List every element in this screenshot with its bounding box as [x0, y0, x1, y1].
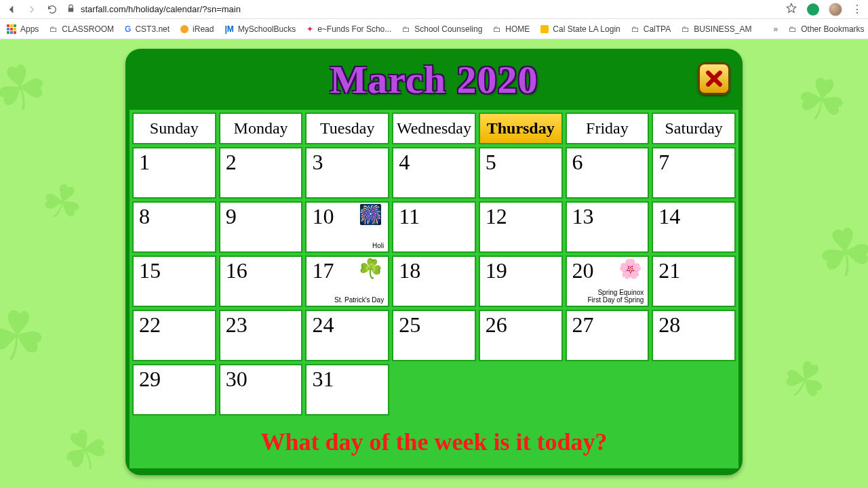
empty-cell	[479, 364, 563, 415]
calendar-day[interactable]: 14	[652, 201, 736, 253]
day-number: 17	[312, 260, 334, 281]
calendar-day[interactable]: 6	[566, 147, 650, 199]
bookmark-item[interactable]: 🗀 HOME	[493, 24, 530, 34]
calendar-title: March 2020	[330, 57, 538, 102]
day-number: 23	[226, 314, 248, 336]
day-number: 24	[312, 314, 334, 336]
apps-shortcut[interactable]: Apps	[7, 24, 39, 34]
close-button[interactable]	[698, 62, 730, 95]
calendar-day[interactable]: 2	[219, 147, 303, 199]
event-label: Holi	[372, 242, 384, 249]
day-header[interactable]: Tuesday	[305, 113, 389, 144]
clover-decoration: ☘	[791, 62, 853, 138]
bookmark-item[interactable]: 🗀 School Counseling	[402, 24, 482, 34]
day-header[interactable]: Saturday	[652, 113, 736, 144]
url-text: starfall.com/h/holiday/calendar/?sn=main	[81, 4, 241, 14]
clover-decoration: ☘	[50, 411, 121, 488]
bookmark-star-icon[interactable]	[785, 2, 797, 17]
empty-cell	[566, 364, 650, 415]
day-number: 30	[226, 368, 248, 390]
calendar-day[interactable]: 4	[392, 147, 476, 199]
apps-icon	[7, 24, 16, 34]
reload-button[interactable]	[46, 3, 58, 16]
day-number: 5	[486, 151, 496, 173]
browser-toolbar: starfall.com/h/holiday/calendar/?sn=main…	[0, 0, 868, 19]
bookmark-item[interactable]: 🗀 BUSINESS_AM	[682, 24, 751, 34]
profile-avatar[interactable]	[829, 3, 842, 16]
day-header[interactable]: Sunday	[132, 113, 216, 144]
calendar-day[interactable]: 23	[219, 310, 303, 361]
bookmark-item[interactable]: iRead	[180, 24, 214, 34]
day-number: 22	[139, 314, 161, 336]
calendar-day[interactable]: 30	[219, 364, 303, 415]
browser-menu-icon[interactable]: ⋮	[852, 3, 863, 16]
day-header[interactable]: Friday	[566, 113, 650, 144]
day-header[interactable]: Wednesday	[392, 113, 476, 144]
day-number: 16	[226, 260, 248, 281]
calendar-day[interactable]: 25	[392, 310, 476, 361]
bookmark-item[interactable]: 🗀 CLASSROOM	[50, 24, 114, 34]
calendar-day[interactable]: 24	[305, 310, 389, 361]
folder-icon: 🗀	[682, 24, 690, 34]
calendar-day[interactable]: 21	[652, 256, 736, 307]
calendar-day[interactable]: 15	[132, 256, 216, 307]
day-number: 1	[139, 151, 150, 173]
calendar-day[interactable]: 18	[392, 256, 476, 307]
calendar-day[interactable]: 17☘️St. Patrick's Day	[305, 256, 389, 307]
forward-button[interactable]	[26, 3, 38, 16]
other-bookmarks[interactable]: 🗀 Other Bookmarks	[789, 24, 864, 34]
day-number: 13	[572, 205, 594, 227]
bookmark-item[interactable]: |M MySchoolBucks	[224, 24, 296, 34]
calendar-day[interactable]: 31	[305, 364, 389, 415]
sparkle-icon: ✦	[307, 24, 313, 34]
calendar-day[interactable]: 5	[479, 147, 563, 199]
day-number: 8	[139, 205, 150, 227]
bookmark-item[interactable]: Cal State LA Login	[540, 24, 620, 34]
folder-icon: 🗀	[493, 24, 501, 34]
day-number: 26	[486, 314, 507, 336]
bookmarks-overflow-icon[interactable]: »	[774, 24, 778, 34]
calendar-day[interactable]: 19	[479, 256, 563, 307]
calendar-day[interactable]: 8	[132, 201, 216, 253]
calendar-day[interactable]: 22	[132, 310, 216, 361]
calendar-day[interactable]: 11	[392, 201, 476, 253]
calendar-day[interactable]: 16	[219, 256, 303, 307]
calendar-grid: SundayMondayTuesdayWednesdayThursdayFrid…	[130, 110, 738, 418]
day-number: 7	[658, 151, 669, 173]
event-label: St. Patrick's Day	[334, 296, 384, 304]
back-button[interactable]	[5, 3, 18, 16]
day-number: 10	[312, 205, 334, 227]
bookmark-item[interactable]: 🗀 CalTPA	[631, 24, 671, 34]
calendar-day[interactable]: 3	[305, 147, 389, 199]
calendar-day[interactable]: 7	[652, 147, 736, 199]
calendar-day[interactable]: 13	[566, 201, 650, 253]
lock-icon	[66, 4, 75, 15]
extension-icon[interactable]	[807, 3, 819, 16]
calendar-day[interactable]: 28	[652, 310, 736, 361]
day-number: 18	[399, 260, 420, 281]
calendar-day[interactable]: 12	[479, 201, 563, 253]
day-number: 4	[399, 151, 410, 173]
calendar-day[interactable]: 9	[219, 201, 303, 253]
day-header[interactable]: Thursday	[479, 113, 563, 144]
clover-decoration: ☘	[0, 294, 51, 378]
calendar-day[interactable]: 26	[479, 310, 563, 361]
folder-icon: 🗀	[402, 24, 410, 34]
day-number: 11	[399, 205, 420, 227]
calendar-day[interactable]: 20🌸Spring Equinox First Day of Spring	[566, 256, 650, 307]
day-number: 29	[139, 368, 161, 390]
clover-decoration: ☘	[33, 169, 92, 237]
apps-label: Apps	[20, 24, 39, 34]
calendar-day[interactable]: 1	[132, 147, 216, 199]
bookmark-item[interactable]: ✦ e~Funds For Scho...	[307, 24, 391, 34]
address-bar[interactable]: starfall.com/h/holiday/calendar/?sn=main	[66, 4, 777, 15]
day-header[interactable]: Monday	[219, 113, 303, 144]
calendar-day[interactable]: 10🎆Holi	[305, 201, 389, 253]
bookmark-item[interactable]: G CST3.net	[125, 24, 170, 34]
folder-icon: 🗀	[50, 24, 58, 34]
day-number: 20	[572, 260, 594, 281]
day-number: 14	[658, 205, 680, 227]
calendar-day[interactable]: 27	[566, 310, 650, 361]
shield-icon	[540, 25, 549, 33]
calendar-day[interactable]: 29	[132, 364, 216, 415]
